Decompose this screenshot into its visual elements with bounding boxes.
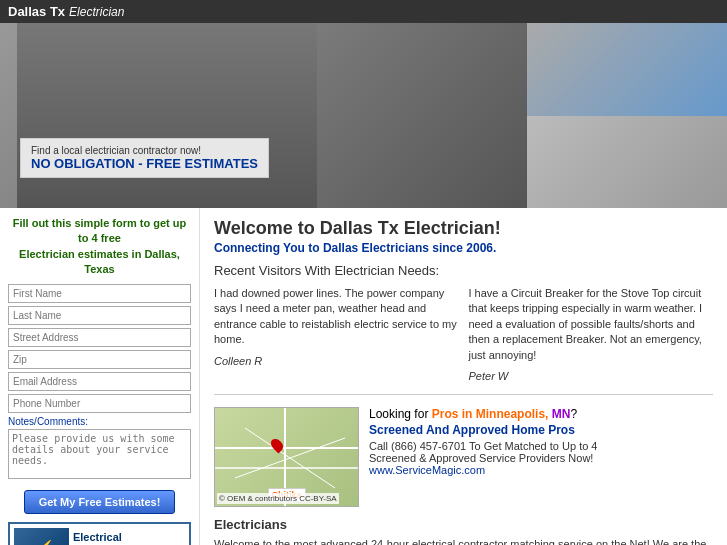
ad-website-link[interactable]: www.ServiceMagic.com xyxy=(369,464,713,476)
electrical-icon: ⚡ xyxy=(24,539,59,545)
service-magic-ad[interactable]: Looking for Pros in Minneapolis, MN? Scr… xyxy=(369,407,713,507)
email-input[interactable] xyxy=(8,372,191,391)
map-ad[interactable]: Chitika © OEM & contributors CC-BY-SA xyxy=(214,407,359,507)
notes-label: Notes/Comments: xyxy=(8,416,191,427)
main-content: Fill out this simple form to get up to 4… xyxy=(0,208,727,545)
electricians-text: Welcome to the most advanced 24-hour ele… xyxy=(214,536,713,545)
svg-line-4 xyxy=(235,438,345,478)
hero-worker-image xyxy=(17,23,317,208)
content-area: Welcome to Dallas Tx Electrician! Connec… xyxy=(200,208,727,545)
ad-call-text: Call (866) 457-6701 To Get Matched to Up… xyxy=(369,440,713,452)
hero-right-images xyxy=(527,23,727,208)
hero-van-image xyxy=(527,116,727,209)
hero-cta-small-text: Find a local electrician contractor now! xyxy=(31,145,258,156)
testimonials-section: I had downed power lines. The power comp… xyxy=(214,286,713,395)
last-name-input[interactable] xyxy=(8,306,191,325)
testimonial-2-name: Peter W xyxy=(469,369,714,384)
site-title: Dallas Tx xyxy=(8,4,65,19)
electrical-ad-image: ⚡ xyxy=(14,528,69,545)
welcome-title: Welcome to Dallas Tx Electrician! xyxy=(214,218,713,239)
phone-input[interactable] xyxy=(8,394,191,413)
electrical-ad-title: Electrical Estimating Software xyxy=(73,530,181,545)
testimonial-1-name: Colleen R xyxy=(214,354,459,369)
map-image: Chitika xyxy=(215,408,358,506)
street-address-input[interactable] xyxy=(8,328,191,347)
ad-pros-highlight: Pros in Minneapolis, MN xyxy=(432,407,571,421)
testimonial-2: I have a Circuit Breaker for the Stove T… xyxy=(469,286,714,384)
hero-main-image: Find a local electrician contractor now!… xyxy=(0,23,527,208)
hero-banner: Find a local electrician contractor now!… xyxy=(0,23,727,208)
notes-textarea[interactable] xyxy=(8,429,191,479)
hero-city-image xyxy=(527,23,727,116)
map-credit: © OEM & contributors CC-BY-SA xyxy=(217,493,339,504)
recent-visitors-title: Recent Visitors With Electrician Needs: xyxy=(214,263,713,278)
site-subtitle: Electrician xyxy=(69,5,124,19)
ad-area: Chitika © OEM & contributors CC-BY-SA Lo… xyxy=(214,407,713,507)
hero-cta-main-text: NO OBLIGATION - FREE ESTIMATES xyxy=(31,156,258,171)
form-title: Fill out this simple form to get up to 4… xyxy=(8,216,191,278)
estimate-form: Notes/Comments: Get My Free Estimates! xyxy=(8,284,191,514)
electrical-ad-inner: ⚡ Electrical Estimating Software xyxy=(10,524,189,545)
header: Dallas Tx Electrician xyxy=(0,0,727,23)
electrical-ad[interactable]: ⚡ Electrical Estimating Software xyxy=(8,522,191,545)
first-name-input[interactable] xyxy=(8,284,191,303)
testimonial-1: I had downed power lines. The power comp… xyxy=(214,286,459,384)
zip-input[interactable] xyxy=(8,350,191,369)
electrical-ad-text: Electrical Estimating Software xyxy=(69,528,185,545)
connecting-text: Connecting You to Dallas Electricians si… xyxy=(214,241,713,255)
ad-call2-text: Screened & Approved Service Providers No… xyxy=(369,452,713,464)
ad-looking-text: Looking for Pros in Minneapolis, MN? xyxy=(369,407,713,421)
sidebar: Fill out this simple form to get up to 4… xyxy=(0,208,200,545)
hero-cta-box: Find a local electrician contractor now!… xyxy=(20,138,269,178)
submit-button[interactable]: Get My Free Estimates! xyxy=(24,490,176,514)
ad-screened-text: Screened And Approved Home Pros xyxy=(369,423,713,437)
electricians-title: Electricians xyxy=(214,517,713,532)
